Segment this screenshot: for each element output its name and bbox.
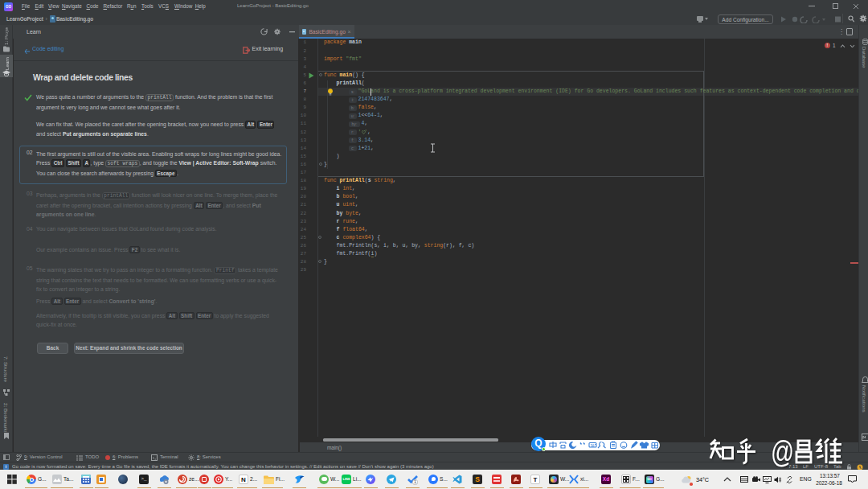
svg-text:1: 1	[414, 479, 416, 484]
svg-text:@: @	[771, 435, 794, 469]
